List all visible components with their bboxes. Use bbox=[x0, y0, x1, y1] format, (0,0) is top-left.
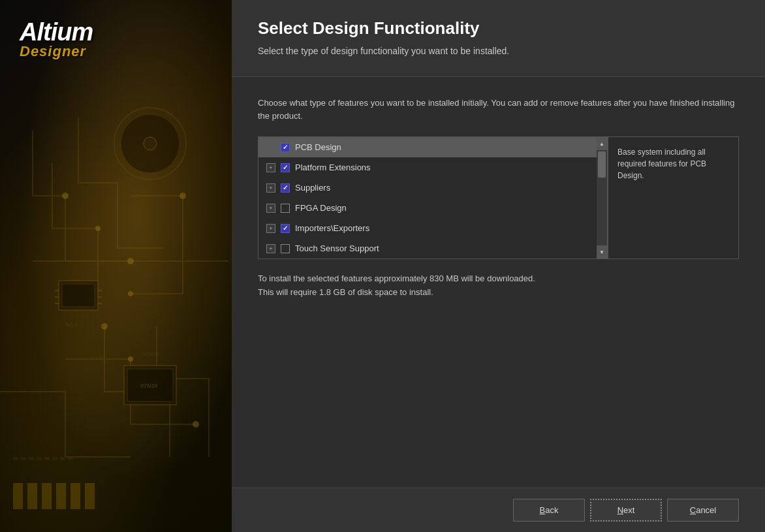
svg-rect-35 bbox=[29, 457, 34, 460]
feature-item-platform-extensions[interactable]: + Platform Extensions bbox=[258, 157, 597, 178]
svg-text:07N30: 07N30 bbox=[140, 383, 158, 389]
svg-rect-27 bbox=[56, 483, 66, 509]
logo-altium: Altium bbox=[20, 20, 93, 44]
checkbox-suppliers[interactable] bbox=[281, 183, 290, 193]
svg-point-32 bbox=[144, 137, 157, 150]
left-panel: 07N30 NG 3 C135 07N30 bbox=[0, 0, 232, 532]
svg-rect-29 bbox=[85, 483, 95, 509]
install-info: To install the selected features approxi… bbox=[258, 272, 739, 300]
page-subtitle: Select the type of design functionality … bbox=[258, 45, 739, 58]
feature-item-suppliers[interactable]: + Suppliers bbox=[258, 178, 597, 198]
feature-item-importers-exporters[interactable]: + Importers\Exporters bbox=[258, 218, 597, 238]
checkbox-fpga-design[interactable] bbox=[281, 204, 290, 213]
next-button[interactable]: Next bbox=[590, 499, 662, 522]
svg-rect-40 bbox=[68, 457, 73, 460]
svg-point-6 bbox=[101, 323, 108, 330]
feature-name-touch-sensor-support: Touch Sensor Support bbox=[295, 243, 589, 253]
feature-name-platform-extensions: Platform Extensions bbox=[295, 163, 589, 172]
checkbox-importers-exporters[interactable] bbox=[281, 224, 290, 233]
list-items: PCB Design + Platform Extensions + bbox=[258, 137, 597, 258]
svg-point-4 bbox=[180, 193, 186, 199]
feature-item-pcb-design[interactable]: PCB Design bbox=[258, 137, 597, 157]
features-list: PCB Design + Platform Extensions + bbox=[258, 137, 608, 258]
checkbox-touch-sensor-support[interactable] bbox=[281, 244, 290, 253]
footer-section: Back Next Cancel bbox=[232, 488, 765, 532]
scroll-up-button[interactable]: ▲ bbox=[597, 137, 607, 150]
svg-rect-38 bbox=[52, 457, 57, 460]
cancel-label: Cancel bbox=[690, 505, 716, 515]
svg-point-1 bbox=[62, 193, 69, 199]
svg-text:NG 3: NG 3 bbox=[65, 322, 78, 328]
svg-rect-24 bbox=[13, 483, 23, 509]
expand-fpga-design[interactable]: + bbox=[266, 204, 275, 213]
content-section: Choose what type of features you want to… bbox=[232, 77, 765, 488]
expand-platform-extensions[interactable]: + bbox=[266, 163, 275, 172]
description-text: Base system including all required featu… bbox=[617, 146, 729, 181]
features-area: PCB Design + Platform Extensions + bbox=[258, 136, 739, 259]
feature-name-importers-exporters: Importers\Exporters bbox=[295, 223, 589, 233]
logo-container: Altium Designer bbox=[20, 20, 93, 59]
feature-item-fpga-design[interactable]: + FPGA Design bbox=[258, 198, 597, 218]
svg-rect-25 bbox=[27, 483, 37, 509]
svg-rect-28 bbox=[70, 483, 80, 509]
svg-text:C135: C135 bbox=[91, 354, 104, 360]
feature-name-pcb-design: PCB Design bbox=[295, 142, 589, 152]
svg-point-3 bbox=[95, 226, 101, 231]
expand-suppliers[interactable]: + bbox=[266, 183, 275, 193]
feature-name-fpga-design: FPGA Design bbox=[295, 203, 589, 213]
svg-point-9 bbox=[193, 421, 199, 428]
checkbox-pcb-design[interactable] bbox=[281, 143, 290, 152]
svg-point-8 bbox=[128, 356, 133, 362]
right-panel: Select Design Functionality Select the t… bbox=[232, 0, 765, 532]
features-list-inner: PCB Design + Platform Extensions + bbox=[258, 137, 607, 258]
svg-text:07N30: 07N30 bbox=[144, 351, 159, 357]
svg-point-5 bbox=[128, 291, 133, 296]
scroll-track bbox=[598, 151, 606, 244]
header-section: Select Design Functionality Select the t… bbox=[232, 0, 765, 77]
install-info-line2: This will require 1.8 GB of disk space t… bbox=[258, 286, 739, 300]
checkbox-platform-extensions[interactable] bbox=[281, 163, 290, 172]
back-label: Back bbox=[540, 505, 559, 515]
description-panel: Base system including all required featu… bbox=[608, 137, 738, 258]
expand-importers-exporters[interactable]: + bbox=[266, 224, 275, 233]
page-title: Select Design Functionality bbox=[258, 18, 739, 39]
feature-item-touch-sensor-support[interactable]: + Touch Sensor Support bbox=[258, 238, 597, 258]
svg-rect-34 bbox=[21, 457, 26, 460]
svg-rect-37 bbox=[44, 457, 50, 460]
svg-rect-33 bbox=[13, 457, 18, 460]
feature-name-suppliers: Suppliers bbox=[295, 183, 589, 193]
scrollbar[interactable]: ▲ ▼ bbox=[597, 137, 607, 258]
install-info-line1: To install the selected features approxi… bbox=[258, 272, 739, 286]
back-button[interactable]: Back bbox=[513, 499, 585, 522]
pcb-decoration: 07N30 NG 3 C135 07N30 bbox=[0, 0, 232, 532]
svg-rect-26 bbox=[42, 483, 52, 509]
expand-touch-sensor-support[interactable]: + bbox=[266, 244, 275, 253]
svg-rect-39 bbox=[60, 457, 65, 460]
svg-point-2 bbox=[127, 258, 134, 264]
scroll-thumb[interactable] bbox=[598, 151, 606, 178]
logo-designer: Designer bbox=[20, 44, 93, 59]
svg-rect-11 bbox=[62, 284, 95, 307]
next-label: Next bbox=[617, 505, 635, 515]
cancel-button[interactable]: Cancel bbox=[667, 499, 739, 522]
scroll-down-button[interactable]: ▼ bbox=[597, 245, 607, 258]
content-description: Choose what type of features you want to… bbox=[258, 97, 739, 124]
svg-rect-36 bbox=[37, 457, 42, 460]
